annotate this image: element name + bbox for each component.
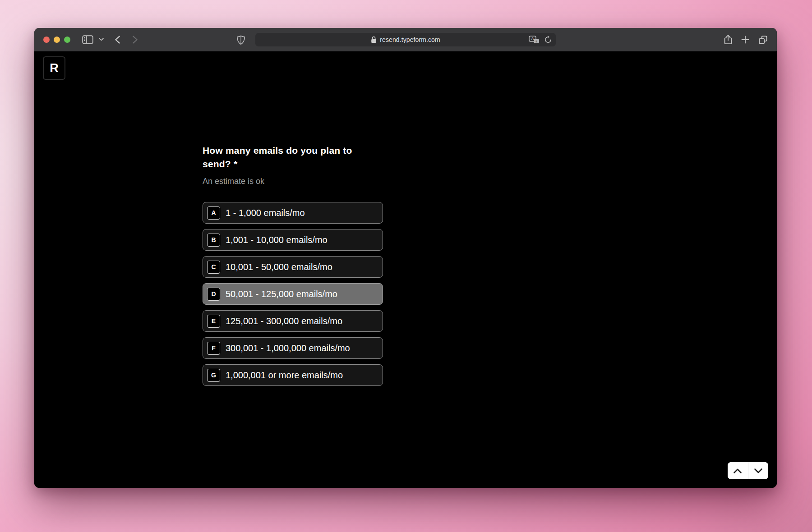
lock-icon bbox=[371, 36, 377, 43]
option-label: 10,001 - 50,000 emails/mo bbox=[226, 262, 332, 272]
option-label: 1,001 - 10,000 emails/mo bbox=[226, 235, 328, 245]
option-f[interactable]: F 300,001 - 1,000,000 emails/mo bbox=[203, 337, 383, 359]
option-a[interactable]: A 1 - 1,000 emails/mo bbox=[203, 202, 383, 224]
sidebar-chevron-down-icon[interactable] bbox=[99, 38, 104, 41]
svg-text:s: s bbox=[535, 39, 537, 43]
chevron-down-icon bbox=[754, 468, 763, 474]
next-question-button[interactable] bbox=[748, 462, 769, 479]
option-key-badge: E bbox=[207, 315, 220, 328]
option-key-badge: B bbox=[207, 234, 220, 247]
svg-text:A: A bbox=[531, 37, 534, 41]
back-icon[interactable] bbox=[115, 36, 120, 44]
browser-toolbar: resend.typeform.com A s bbox=[34, 28, 777, 51]
option-g[interactable]: G 1,000,001 or more emails/mo bbox=[203, 364, 383, 386]
option-label: 50,001 - 125,000 emails/mo bbox=[226, 289, 337, 299]
privacy-shield-icon[interactable] bbox=[236, 35, 245, 45]
option-key-badge: G bbox=[207, 369, 220, 382]
new-tab-icon[interactable] bbox=[741, 36, 749, 44]
traffic-lights bbox=[43, 37, 70, 43]
desktop-background: resend.typeform.com A s bbox=[0, 0, 812, 532]
form-brand-logo: R bbox=[43, 56, 65, 80]
question-block: How many emails do you plan to send? * A… bbox=[203, 144, 383, 386]
previous-question-button[interactable] bbox=[728, 462, 748, 479]
chevron-up-icon bbox=[733, 468, 742, 474]
question-title: How many emails do you plan to send? * bbox=[203, 144, 383, 171]
option-key-badge: D bbox=[207, 288, 220, 301]
option-key-badge: C bbox=[207, 261, 220, 274]
zoom-window-button[interactable] bbox=[64, 37, 70, 43]
option-d[interactable]: D 50,001 - 125,000 emails/mo bbox=[203, 283, 383, 305]
option-label: 300,001 - 1,000,000 emails/mo bbox=[226, 343, 350, 353]
option-c[interactable]: C 10,001 - 50,000 emails/mo bbox=[203, 256, 383, 278]
address-bar[interactable]: resend.typeform.com A s bbox=[255, 33, 556, 46]
sidebar-toggle-icon[interactable] bbox=[82, 35, 93, 44]
reload-icon[interactable] bbox=[544, 36, 552, 44]
question-subtitle: An estimate is ok bbox=[203, 176, 383, 186]
option-label: 1 - 1,000 emails/mo bbox=[226, 208, 305, 218]
form-navigation bbox=[728, 462, 768, 479]
minimize-window-button[interactable] bbox=[54, 37, 60, 43]
share-icon[interactable] bbox=[724, 35, 732, 45]
close-window-button[interactable] bbox=[43, 37, 50, 43]
option-b[interactable]: B 1,001 - 10,000 emails/mo bbox=[203, 229, 383, 251]
option-label: 125,001 - 300,000 emails/mo bbox=[226, 316, 342, 326]
tab-overview-icon[interactable] bbox=[758, 35, 768, 45]
browser-window: resend.typeform.com A s bbox=[34, 28, 777, 488]
option-label: 1,000,001 or more emails/mo bbox=[226, 370, 343, 381]
forward-icon[interactable] bbox=[132, 36, 138, 44]
option-key-badge: A bbox=[207, 206, 220, 220]
option-key-badge: F bbox=[207, 342, 220, 355]
page-content: R How many emails do you plan to send? *… bbox=[34, 52, 777, 488]
option-e[interactable]: E 125,001 - 300,000 emails/mo bbox=[203, 310, 383, 332]
options-list: A 1 - 1,000 emails/mo B 1,001 - 10,000 e… bbox=[203, 202, 383, 386]
url-text: resend.typeform.com bbox=[380, 36, 440, 43]
translate-icon[interactable]: A s bbox=[529, 36, 540, 44]
